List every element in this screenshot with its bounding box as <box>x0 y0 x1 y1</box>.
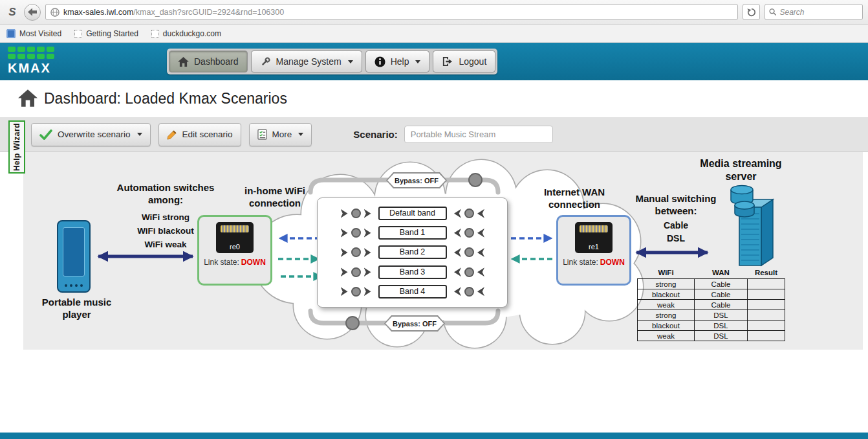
search-input[interactable] <box>779 8 858 17</box>
chevron-right-icon <box>364 229 371 238</box>
bypass-label: Bypass: OFF <box>385 317 444 330</box>
connector-node[interactable] <box>351 247 361 257</box>
port-name: re1 <box>575 243 613 251</box>
server-icon <box>728 181 783 269</box>
scenario-toolbar: Overwrite scenario Edit scenario More Sc… <box>0 117 868 152</box>
button-label: Overwrite scenario <box>58 129 131 139</box>
chevron-down-icon <box>415 60 420 63</box>
link-state-value: DOWN <box>600 258 625 267</box>
manual-switching-note: Manual switching between: Cable DSL <box>624 192 728 245</box>
chevron-right-icon <box>364 287 371 296</box>
chevron-right-icon <box>341 209 348 218</box>
table-cell <box>748 310 785 321</box>
chevron-right-icon <box>364 267 371 276</box>
chevron-right-icon <box>341 287 348 296</box>
globe-icon <box>50 8 60 17</box>
manual-item: DSL <box>624 232 728 245</box>
bookmark-duckduckgo[interactable]: duckduckgo.com <box>151 29 221 38</box>
reload-icon <box>747 8 756 17</box>
help-wizard-label: Help Wizard <box>12 123 21 171</box>
table-cell: Cable <box>695 279 748 289</box>
link-state-value: DOWN <box>241 258 266 267</box>
band-3[interactable]: Band 3 <box>378 265 447 279</box>
scenario-name-input[interactable] <box>404 126 553 143</box>
button-label: More <box>272 129 292 139</box>
url-text: kmax-sales.iwl.com/kmax_dash?srcGUID=292… <box>63 8 284 17</box>
bypass-top-toggle[interactable]: Bypass: OFF <box>386 172 447 188</box>
connector-node[interactable] <box>464 228 474 238</box>
bookmark-label: Most Visited <box>19 29 61 38</box>
chevron-right-icon <box>341 248 348 257</box>
wrench-icon <box>260 56 271 67</box>
reload-button[interactable] <box>743 4 760 20</box>
band-row: Band 2 <box>323 245 502 259</box>
chevron-left-icon <box>477 267 484 276</box>
search-icon <box>769 8 776 16</box>
table-cell: blackout <box>638 321 695 331</box>
table-header: Result <box>748 269 785 279</box>
chevron-left-icon <box>454 209 461 218</box>
chevron-left-icon <box>477 229 484 238</box>
band-1[interactable]: Band 1 <box>378 226 447 240</box>
player-label: Portable music player <box>30 296 124 321</box>
scenario-label: Scenario: <box>353 129 397 140</box>
bookmark-label: Getting Started <box>86 29 138 38</box>
band-default[interactable]: Default band <box>378 207 447 220</box>
table-header: WAN <box>695 269 748 279</box>
manual-item: Cable <box>624 219 728 232</box>
help-wizard-tab[interactable]: Help Wizard <box>8 120 25 174</box>
nav-help-button[interactable]: Help <box>365 51 430 73</box>
bypass-label: Bypass: OFF <box>387 174 446 187</box>
connector-node[interactable] <box>351 267 361 277</box>
bookmark-icon <box>74 30 82 38</box>
music-player-icon <box>57 220 91 293</box>
more-button[interactable]: More <box>249 123 312 146</box>
back-button[interactable] <box>24 4 41 21</box>
connector-node[interactable] <box>351 208 361 218</box>
re1-port-box[interactable]: re1 Link state:DOWN <box>556 215 631 286</box>
connector-node[interactable] <box>464 287 474 297</box>
switching-result-table: WiFi WAN Result strong Cable blackout Ca… <box>637 269 785 341</box>
url-bar[interactable]: kmax-sales.iwl.com/kmax_dash?srcGUID=292… <box>45 4 738 20</box>
connector-node[interactable] <box>351 228 361 238</box>
table-cell: DSL <box>695 310 748 321</box>
chevron-right-icon <box>364 209 371 218</box>
back-arrow-icon <box>28 8 37 16</box>
edit-scenario-button[interactable]: Edit scenario <box>158 123 241 146</box>
search-box[interactable] <box>765 4 863 20</box>
chevron-left-icon <box>477 287 484 296</box>
nav-logout-button[interactable]: Logout <box>433 51 495 73</box>
bookmark-label: duckduckgo.com <box>163 29 221 38</box>
re0-port-box[interactable]: re0 Link state:DOWN <box>197 215 272 286</box>
chevron-left-icon <box>454 229 461 238</box>
chevron-right-icon <box>341 267 348 276</box>
bypass-bottom-toggle[interactable]: Bypass: OFF <box>384 315 445 332</box>
band-row: Band 3 <box>323 265 502 279</box>
pencil-icon <box>167 129 177 140</box>
nav-manage-system-button[interactable]: Manage System <box>251 51 362 73</box>
bookmark-most-visited[interactable]: Most Visited <box>6 29 61 38</box>
connector-node[interactable] <box>464 208 474 218</box>
nav-dashboard-button[interactable]: Dashboard <box>169 51 248 73</box>
link-state-label: Link state: <box>204 258 239 267</box>
connector-node[interactable] <box>351 287 361 297</box>
chevron-right-icon <box>341 229 348 238</box>
table-cell: weak <box>638 331 695 341</box>
logo-text: KMAX <box>8 61 54 76</box>
bypass-node[interactable] <box>346 317 359 330</box>
check-icon <box>39 129 52 140</box>
connector-node[interactable] <box>464 267 474 277</box>
band-row: Band 1 <box>323 226 502 240</box>
band-2[interactable]: Band 2 <box>378 245 447 259</box>
band-row: Band 4 <box>323 285 502 298</box>
bookmark-getting-started[interactable]: Getting Started <box>74 29 138 38</box>
table-cell: Cable <box>695 300 748 310</box>
band-4[interactable]: Band 4 <box>378 285 447 298</box>
table-cell <box>748 300 785 310</box>
connector-node[interactable] <box>464 247 474 257</box>
overwrite-scenario-button[interactable]: Overwrite scenario <box>31 123 151 146</box>
bypass-node[interactable] <box>469 174 482 186</box>
table-cell <box>748 289 785 300</box>
title-bar: Dashboard: Loaded Kmax Scenarios re0 re1 <box>0 80 868 117</box>
footer-bar <box>0 433 868 439</box>
